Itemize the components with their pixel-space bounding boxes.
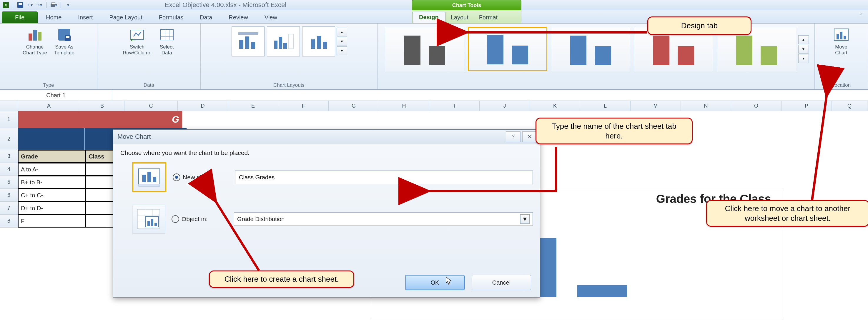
cell-title[interactable]: G bbox=[18, 111, 182, 128]
col-header[interactable]: B bbox=[80, 101, 124, 111]
select-data-icon bbox=[159, 27, 175, 43]
dialog-help-button[interactable]: ? bbox=[506, 131, 521, 142]
tab-home[interactable]: Home bbox=[38, 12, 70, 23]
cell[interactable]: A to A- bbox=[18, 163, 86, 176]
col-header[interactable]: K bbox=[530, 101, 580, 111]
tab-file[interactable]: File bbox=[2, 11, 38, 23]
style-thumb-3[interactable] bbox=[551, 27, 630, 71]
save-icon[interactable] bbox=[17, 1, 24, 8]
layout-thumb-2[interactable] bbox=[267, 27, 300, 57]
move-chart-button[interactable]: Move Chart bbox=[831, 25, 852, 57]
svg-rect-28 bbox=[323, 42, 327, 49]
col-header[interactable]: G bbox=[329, 101, 379, 111]
col-header[interactable]: P bbox=[781, 101, 832, 111]
radio-new-sheet[interactable]: New sheet: bbox=[173, 173, 228, 181]
new-sheet-name-input[interactable] bbox=[235, 170, 533, 184]
style-thumb-2[interactable] bbox=[468, 27, 547, 71]
layout-thumb-3[interactable] bbox=[302, 27, 335, 57]
tab-view[interactable]: View bbox=[256, 12, 285, 23]
layout-spin-more-icon[interactable]: ▾ bbox=[337, 46, 347, 55]
tab-formulas[interactable]: Formulas bbox=[151, 12, 191, 23]
tab-review[interactable]: Review bbox=[220, 12, 256, 23]
svg-rect-8 bbox=[66, 36, 69, 38]
row-header[interactable]: 5 bbox=[0, 176, 18, 189]
svg-rect-18 bbox=[251, 42, 255, 49]
col-header[interactable]: L bbox=[580, 101, 630, 111]
svg-rect-37 bbox=[138, 184, 160, 186]
radio-object-in[interactable]: Object in: bbox=[172, 215, 227, 223]
svg-rect-23 bbox=[283, 43, 287, 49]
switch-row-column-button[interactable]: Switch Row/Column bbox=[120, 25, 154, 57]
radio-object-in-label: Object in: bbox=[182, 216, 208, 223]
row-header[interactable]: 4 bbox=[0, 163, 18, 176]
style-spin-more-icon[interactable]: ▾ bbox=[798, 54, 809, 63]
layout-thumb-1[interactable] bbox=[231, 27, 265, 57]
tab-insert[interactable]: Insert bbox=[70, 12, 101, 23]
style-spin-up-icon[interactable]: ▲ bbox=[798, 35, 809, 44]
ok-button[interactable]: OK bbox=[405, 275, 465, 290]
col-header[interactable]: C bbox=[124, 101, 178, 111]
layout-spin-up-icon[interactable]: ▲ bbox=[337, 28, 347, 36]
row-header[interactable]: 3 bbox=[0, 150, 18, 163]
switch-row-column-icon bbox=[129, 27, 145, 43]
object-in-icon bbox=[132, 205, 165, 233]
tab-page-layout[interactable]: Page Layout bbox=[101, 12, 150, 23]
svg-rect-30 bbox=[837, 34, 839, 39]
qat-customize-icon[interactable]: ▾ bbox=[64, 1, 71, 8]
svg-rect-34 bbox=[142, 175, 146, 182]
row-header[interactable]: 6 bbox=[0, 189, 18, 202]
print-icon[interactable]: ▾ bbox=[50, 1, 57, 8]
col-header[interactable]: N bbox=[681, 101, 731, 111]
svg-rect-31 bbox=[840, 32, 842, 39]
undo-icon[interactable]: ↶▾ bbox=[26, 1, 33, 8]
ribbon-collapse-icon[interactable]: ˆ bbox=[860, 13, 862, 20]
save-as-template-button[interactable]: Save As Template bbox=[52, 25, 77, 57]
name-box[interactable]: Chart 1 bbox=[0, 90, 112, 101]
style-spin-down-icon[interactable]: ▼ bbox=[798, 45, 809, 54]
col-header[interactable]: M bbox=[630, 101, 681, 111]
row-header[interactable]: 8 bbox=[0, 215, 18, 228]
col-header[interactable]: O bbox=[731, 101, 781, 111]
select-data-button[interactable]: Select Data bbox=[156, 25, 178, 57]
col-header[interactable]: A bbox=[18, 101, 80, 111]
cell[interactable]: Grade bbox=[18, 150, 86, 163]
cell[interactable]: B+ to B- bbox=[18, 176, 86, 189]
tab-data[interactable]: Data bbox=[191, 12, 220, 23]
style-gallery-spinner: ▲ ▼ ▾ bbox=[798, 35, 809, 63]
tab-format[interactable]: Format bbox=[474, 12, 503, 23]
dialog-close-button[interactable]: ✕ bbox=[522, 131, 537, 142]
formula-bar-row: Chart 1 bbox=[0, 90, 868, 101]
row-header[interactable]: 7 bbox=[0, 202, 18, 215]
cell[interactable] bbox=[18, 128, 85, 150]
cell[interactable]: D+ to D- bbox=[18, 202, 86, 215]
svg-rect-27 bbox=[317, 36, 321, 49]
col-header[interactable]: I bbox=[429, 101, 479, 111]
chevron-down-icon[interactable]: ▼ bbox=[520, 214, 530, 224]
layout-spin-down-icon[interactable]: ▼ bbox=[337, 37, 347, 46]
col-header[interactable]: J bbox=[479, 101, 530, 111]
row-header[interactable]: 2 bbox=[0, 128, 18, 150]
cell[interactable]: F bbox=[18, 215, 86, 228]
select-data-label: Select Data bbox=[160, 44, 174, 56]
style-thumb-1[interactable] bbox=[385, 27, 464, 71]
callout-move-chart-btn: Click here to move a chart to another wo… bbox=[706, 200, 868, 227]
tab-design[interactable]: Design bbox=[412, 12, 445, 23]
row-header[interactable]: 1 bbox=[0, 111, 18, 128]
cell[interactable]: C+ to C- bbox=[18, 189, 86, 202]
dialog-titlebar[interactable]: Move Chart ? ✕ bbox=[113, 130, 540, 144]
col-header[interactable]: F bbox=[278, 101, 329, 111]
col-header[interactable]: E bbox=[228, 101, 278, 111]
col-header[interactable]: Q bbox=[832, 101, 867, 111]
dialog-body: Choose where you want the chart to be pl… bbox=[113, 144, 540, 251]
col-header[interactable]: D bbox=[178, 101, 228, 111]
excel-icon: X bbox=[2, 1, 9, 8]
redo-icon[interactable]: ↷▾ bbox=[36, 1, 43, 8]
col-header[interactable]: H bbox=[379, 101, 429, 111]
object-in-combobox[interactable]: Grade Distribution ▼ bbox=[234, 212, 533, 226]
cancel-button[interactable]: Cancel bbox=[472, 275, 531, 290]
svg-rect-35 bbox=[147, 172, 151, 182]
svg-rect-3 bbox=[19, 3, 22, 5]
tab-layout[interactable]: Layout bbox=[445, 12, 474, 23]
change-chart-type-button[interactable]: Change Chart Type bbox=[20, 25, 50, 57]
quick-access-toolbar: X ↶▾ ↷▾ ▾ ▾ bbox=[2, 1, 71, 8]
